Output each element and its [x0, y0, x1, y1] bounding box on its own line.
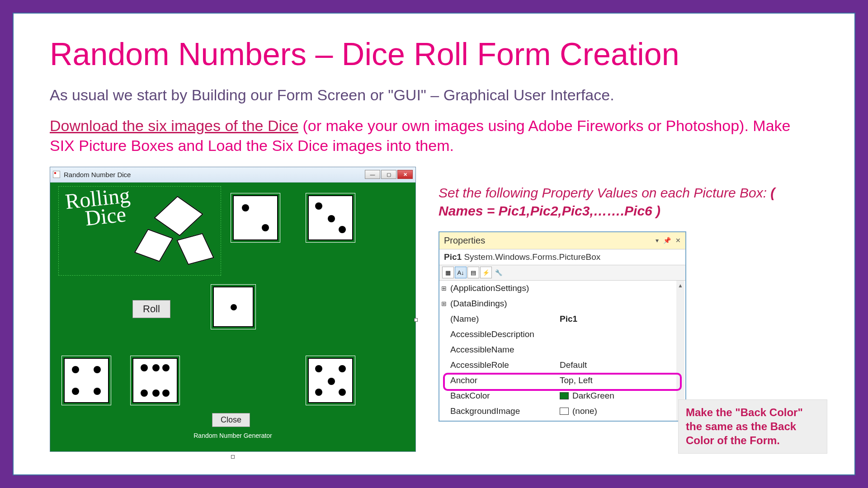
properties-toolbar: ▦ A↓ ▤ ⚡ 🔧	[439, 265, 685, 281]
instruction-text: Set the following Property Values on eac…	[439, 184, 818, 221]
close-icon[interactable]: ✕	[675, 237, 681, 244]
properties-icon[interactable]: ▤	[467, 267, 479, 278]
maximize-button[interactable]: ▢	[381, 170, 396, 179]
download-dice-link[interactable]: Download the six images of the Dice	[50, 117, 298, 134]
logo-line2: Dice	[84, 204, 133, 227]
footer-label: Random Number Generator	[50, 432, 415, 439]
property-row[interactable]: AccessibleRoleDefault	[439, 357, 685, 373]
form-client-area: Rolling Dice	[50, 183, 415, 451]
window-close-button[interactable]: ✕	[397, 170, 413, 179]
instr-line: Set the following Property Values on eac…	[439, 185, 770, 200]
iso-die-icon	[176, 233, 214, 265]
titlebar[interactable]: Random Number Dice — ▢ ✕	[50, 167, 415, 183]
alphabetical-icon[interactable]: A↓	[455, 267, 467, 278]
backcolor-callout: Make the "Back Color" the same as the Ba…	[678, 399, 827, 454]
pic4-die-face-4[interactable]	[64, 358, 109, 403]
minimize-button[interactable]: —	[365, 170, 380, 179]
property-row-backcolor[interactable]: BackColorDarkGreen	[439, 388, 685, 404]
properties-panel: Properties ▾ 📌 ✕ Pic1 System.Windows.For…	[439, 231, 686, 422]
property-row[interactable]: ⊞(DataBindings)	[439, 296, 685, 311]
pic5-die-face-5[interactable]	[308, 358, 353, 403]
property-row[interactable]: BackgroundImage(none)	[439, 404, 685, 419]
resize-handle-icon[interactable]	[414, 318, 418, 322]
color-swatch-icon	[560, 392, 569, 399]
property-row[interactable]: AccessibleDescription	[439, 327, 685, 342]
selected-type: System.Windows.Forms.PictureBox	[464, 252, 600, 262]
property-row[interactable]: AnchorTop, Left	[439, 373, 685, 388]
categorized-icon[interactable]: ▦	[442, 267, 454, 278]
roll-button[interactable]: Roll	[132, 300, 170, 318]
page-title: Random Numbers – Dice Roll Form Creation	[50, 36, 818, 72]
dropdown-icon[interactable]: ▾	[656, 237, 659, 244]
logo-picturebox[interactable]: Rolling Dice	[58, 186, 221, 276]
properties-title: Properties	[444, 235, 485, 246]
logo-text: Rolling Dice	[64, 186, 133, 229]
window-title: Random Number Dice	[64, 171, 365, 178]
selected-name: Pic1	[444, 252, 462, 262]
wrench-icon[interactable]: 🔧	[493, 267, 505, 278]
iso-die-icon	[134, 229, 174, 262]
property-row[interactable]: AccessibleName	[439, 342, 685, 357]
property-row[interactable]: ⊞(ApplicationSettings)	[439, 281, 685, 296]
iso-die-icon	[154, 196, 203, 236]
image-swatch-icon	[560, 408, 569, 415]
close-button[interactable]: Close	[212, 413, 250, 427]
intro-text: As usual we start by Building our Form S…	[50, 85, 818, 105]
properties-grid: ▲ ⊞(ApplicationSettings) ⊞(DataBindings)…	[439, 281, 685, 421]
property-row-name[interactable]: (Name)Pic1	[439, 311, 685, 327]
pin-icon[interactable]: 📌	[663, 237, 671, 244]
app-icon	[53, 171, 60, 178]
properties-header[interactable]: Properties ▾ 📌 ✕	[439, 232, 685, 249]
instructions-column: Set the following Property Values on eac…	[439, 167, 818, 422]
events-icon[interactable]: ⚡	[480, 267, 492, 278]
scroll-up-icon[interactable]: ▲	[676, 282, 684, 290]
pic1-die-face-1[interactable]	[213, 286, 254, 327]
pic2-die-face-2[interactable]	[233, 195, 278, 240]
selected-control[interactable]: Pic1 System.Windows.Forms.PictureBox	[439, 249, 685, 265]
resize-handle-icon[interactable]	[231, 455, 235, 459]
dice-form-window: Random Number Dice — ▢ ✕ Rolling Dice	[50, 167, 416, 452]
pic3-die-face-3[interactable]	[308, 195, 353, 240]
download-paragraph: Download the six images of the Dice (or …	[50, 116, 818, 155]
slide: Random Numbers – Dice Roll Form Creation…	[13, 13, 855, 475]
pic6-die-face-6[interactable]	[132, 358, 178, 403]
